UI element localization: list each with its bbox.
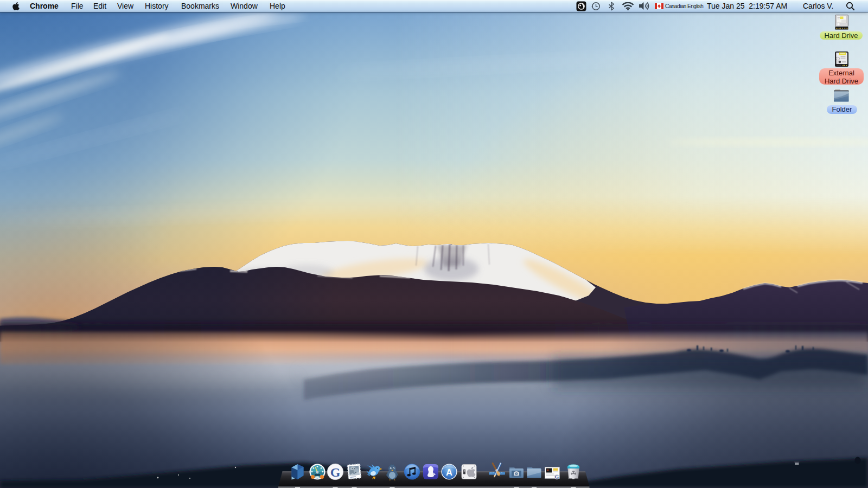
svg-text:G: G [555,474,559,480]
svg-text:G: G [330,465,341,479]
svg-text:A: A [446,467,452,477]
